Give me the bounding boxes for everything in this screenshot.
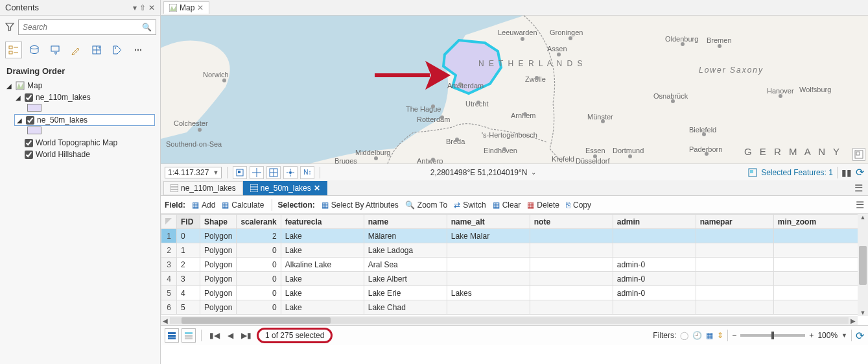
row-number-cell[interactable]: 6 bbox=[161, 300, 177, 315]
filter-icon[interactable] bbox=[4, 21, 16, 33]
name-cell[interactable]: Lake Ladoga bbox=[364, 243, 447, 258]
first-record-button[interactable]: ▮◀ bbox=[207, 331, 222, 340]
map-canvas[interactable]: Norwich Colchester Southend-on-Sea Midde… bbox=[161, 16, 868, 164]
name-cell[interactable]: Lake Chad bbox=[364, 300, 447, 315]
name-alt-cell[interactable] bbox=[447, 258, 530, 272]
namepar-cell[interactable] bbox=[696, 272, 773, 286]
col-min-zoom[interactable]: min_zoom bbox=[773, 215, 867, 229]
navigator-icon[interactable] bbox=[852, 148, 865, 161]
close-panel-icon[interactable]: ✕ bbox=[148, 3, 155, 12]
fid-cell[interactable]: 1 bbox=[177, 243, 200, 258]
filter-range-icon[interactable]: ▦ bbox=[706, 331, 713, 340]
min-zoom-cell[interactable]: 1 bbox=[773, 272, 867, 286]
layer-item-hillshade[interactable]: ◢ World Hillshade bbox=[14, 149, 155, 160]
selected-features-label[interactable]: Selected Features: 1 bbox=[761, 168, 833, 177]
delete-button[interactable]: ▦Delete bbox=[524, 199, 562, 211]
scalerank-cell[interactable]: 0 bbox=[237, 300, 281, 315]
search-box[interactable]: 🔍 bbox=[18, 19, 156, 35]
chevron-down-icon[interactable]: ⌄ bbox=[531, 169, 536, 176]
row-number-cell[interactable]: 3 bbox=[161, 258, 177, 272]
scalerank-cell[interactable]: 0 bbox=[237, 272, 281, 286]
pin-icon[interactable]: ⇧ bbox=[139, 3, 146, 12]
list-by-editing-button[interactable] bbox=[67, 42, 84, 58]
switch-button[interactable]: ⇄Switch bbox=[451, 199, 488, 211]
table-menu-icon[interactable]: ☰ bbox=[854, 182, 863, 194]
pause-tool-icon[interactable]: N↕ bbox=[300, 166, 314, 179]
namepar-cell[interactable] bbox=[696, 286, 773, 300]
note-cell[interactable] bbox=[530, 272, 613, 286]
col-admin[interactable]: admin bbox=[613, 215, 696, 229]
vertical-scrollbar[interactable]: ▲▼ bbox=[858, 214, 868, 316]
admin-cell[interactable]: admin-0 bbox=[613, 272, 696, 286]
prev-record-button[interactable]: ◀ bbox=[225, 331, 236, 340]
attribute-tab-ne50[interactable]: ne_50m_lakes ✕ bbox=[243, 181, 327, 195]
row-number-cell[interactable]: 4 bbox=[161, 272, 177, 286]
admin-cell[interactable] bbox=[613, 243, 696, 258]
fid-cell[interactable]: 5 bbox=[177, 300, 200, 315]
featurecla-cell[interactable]: Lake bbox=[281, 243, 364, 258]
row-number-header[interactable] bbox=[161, 215, 177, 229]
filter-relate-icon[interactable]: ⇕ bbox=[717, 331, 723, 340]
expand-icon[interactable]: ◢ bbox=[17, 117, 23, 124]
min-zoom-cell[interactable]: 1 bbox=[773, 243, 867, 258]
table-row[interactable]: 10Polygon2LakeMälarenLake Malar2 bbox=[161, 229, 868, 243]
map-view[interactable]: Norwich Colchester Southend-on-Sea Midde… bbox=[161, 16, 868, 164]
row-number-cell[interactable]: 2 bbox=[161, 243, 177, 258]
row-number-cell[interactable]: 1 bbox=[161, 229, 177, 243]
table-options-icon[interactable]: ☰ bbox=[856, 199, 864, 211]
row-number-cell[interactable]: 5 bbox=[161, 286, 177, 300]
map-root-item[interactable]: ◢ Map bbox=[5, 80, 155, 91]
refresh-table-icon[interactable]: ⟳ bbox=[856, 330, 864, 342]
explore-tool-icon[interactable] bbox=[250, 166, 264, 179]
scalerank-cell[interactable]: 0 bbox=[237, 286, 281, 300]
table-row[interactable]: 43Polygon0LakeLake Albertadmin-01 bbox=[161, 272, 868, 286]
layer-swatch[interactable] bbox=[27, 104, 41, 112]
layer-visibility-checkbox[interactable] bbox=[25, 151, 33, 159]
zoom-in-button[interactable]: + bbox=[809, 331, 814, 340]
list-by-snapping-button[interactable]: + bbox=[88, 42, 105, 58]
more-icon[interactable]: ⋯ bbox=[130, 42, 147, 58]
layer-swatch[interactable] bbox=[27, 127, 41, 134]
layer-item-topo[interactable]: ◢ World Topographic Map bbox=[14, 137, 155, 149]
layer-visibility-checkbox[interactable] bbox=[26, 116, 34, 125]
shape-cell[interactable]: Polygon bbox=[200, 272, 237, 286]
expand-icon[interactable]: ◢ bbox=[6, 82, 13, 90]
list-by-selection-button[interactable] bbox=[47, 42, 64, 58]
shape-cell[interactable]: Polygon bbox=[200, 300, 237, 315]
admin-cell[interactable]: admin-0 bbox=[613, 286, 696, 300]
list-by-drawing-order-button[interactable] bbox=[5, 42, 22, 58]
name-alt-cell[interactable]: Lake Malar bbox=[447, 229, 530, 243]
chevron-down-icon[interactable]: ▼ bbox=[841, 332, 847, 339]
name-alt-cell[interactable]: Lakes bbox=[447, 286, 530, 300]
name-cell[interactable]: Mälaren bbox=[364, 229, 447, 243]
admin-cell[interactable]: admin-0 bbox=[613, 258, 696, 272]
shape-cell[interactable]: Polygon bbox=[200, 243, 237, 258]
table-row[interactable]: 21Polygon0LakeLake Ladoga1 bbox=[161, 243, 868, 258]
scrollbar-thumb[interactable] bbox=[182, 317, 331, 324]
close-tab-icon[interactable]: ✕ bbox=[314, 184, 320, 193]
zoom-out-button[interactable]: − bbox=[732, 331, 736, 340]
col-scalerank[interactable]: scalerank bbox=[237, 215, 281, 229]
fid-cell[interactable]: 0 bbox=[177, 229, 200, 243]
name-cell[interactable]: Lake Albert bbox=[364, 272, 447, 286]
copy-button[interactable]: ⎘Copy bbox=[563, 199, 594, 211]
name-alt-cell[interactable] bbox=[447, 300, 530, 315]
layer-visibility-checkbox[interactable] bbox=[25, 93, 33, 102]
close-tab-icon[interactable]: ✕ bbox=[197, 3, 204, 12]
select-by-attributes-button[interactable]: ▦Select By Attributes bbox=[319, 199, 401, 211]
min-zoom-cell[interactable]: 2 bbox=[773, 229, 867, 243]
col-featurecla[interactable]: featurecla bbox=[281, 215, 364, 229]
name-cell[interactable]: Lake Erie bbox=[364, 286, 447, 300]
show-all-records-button[interactable] bbox=[165, 328, 179, 343]
scalerank-cell[interactable]: 0 bbox=[237, 258, 281, 272]
shape-cell[interactable]: Polygon bbox=[200, 286, 237, 300]
scale-box[interactable]: 1:4.117.327 ▼ bbox=[165, 167, 222, 178]
featurecla-cell[interactable]: Lake bbox=[281, 229, 364, 243]
min-zoom-cell[interactable]: 1 bbox=[773, 300, 867, 315]
admin-cell[interactable] bbox=[613, 300, 696, 315]
show-selected-records-button[interactable] bbox=[182, 328, 196, 343]
note-cell[interactable] bbox=[530, 300, 613, 315]
add-field-button[interactable]: ▦Add bbox=[189, 199, 218, 211]
col-shape[interactable]: Shape bbox=[200, 215, 237, 229]
select-tool-icon[interactable] bbox=[233, 166, 247, 179]
